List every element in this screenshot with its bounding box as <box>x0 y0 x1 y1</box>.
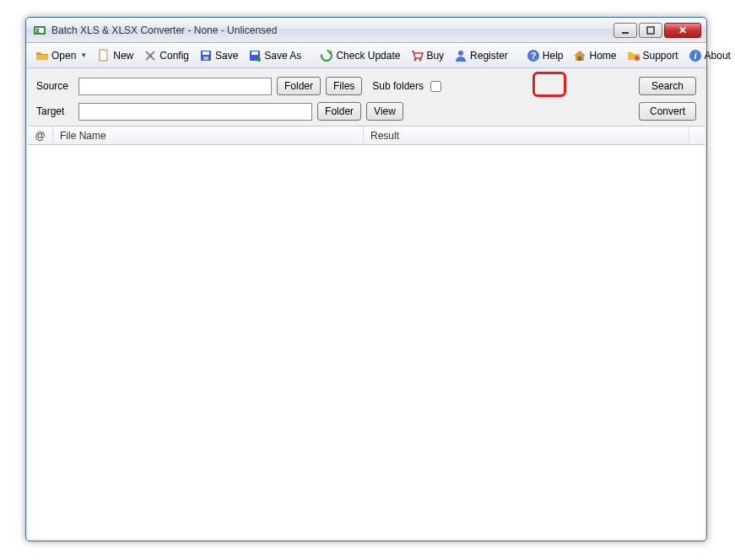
app-icon <box>33 24 46 37</box>
cart-icon <box>410 49 424 62</box>
svg-point-15 <box>458 51 463 56</box>
source-files-button[interactable]: Files <box>326 77 362 95</box>
col-filename[interactable]: File Name <box>53 127 364 144</box>
support-icon <box>627 49 640 62</box>
support-button[interactable]: Support <box>623 46 683 66</box>
new-document-icon <box>97 49 111 62</box>
form-area: Source Folder Files Sub folders Search T… <box>26 68 706 126</box>
svg-rect-2 <box>622 32 629 34</box>
maximize-button[interactable] <box>639 23 662 38</box>
source-folder-button[interactable]: Folder <box>277 77 321 95</box>
check-update-button[interactable]: Check Update <box>316 46 404 66</box>
dropdown-arrow-icon: ▼ <box>80 51 87 59</box>
col-result[interactable]: Result <box>364 127 689 144</box>
register-button[interactable]: Register <box>450 46 512 66</box>
sub-folders-checkbox[interactable] <box>430 81 441 92</box>
source-label: Source <box>36 80 73 92</box>
target-input[interactable] <box>78 103 312 121</box>
svg-point-6 <box>149 54 152 57</box>
help-icon: ? <box>527 49 540 62</box>
col-tail <box>689 127 705 144</box>
window-controls: ✕ <box>613 23 701 38</box>
svg-point-13 <box>414 58 417 61</box>
file-list: @ File Name Result <box>28 126 705 539</box>
help-button[interactable]: ? Help <box>522 46 568 66</box>
titlebar: Batch XLS & XLSX Converter - None - Unli… <box>26 18 706 43</box>
app-window: Batch XLS & XLSX Converter - None - Unli… <box>25 17 707 541</box>
svg-rect-9 <box>203 57 208 60</box>
svg-rect-8 <box>203 51 209 55</box>
target-row: Target Folder View Convert <box>36 102 696 121</box>
home-button[interactable]: Home <box>569 46 620 66</box>
sub-folders-label[interactable]: Sub folders <box>372 78 444 94</box>
svg-text:?: ? <box>530 51 536 61</box>
svg-rect-11 <box>251 51 258 55</box>
svg-rect-18 <box>578 57 581 61</box>
svg-rect-3 <box>647 27 654 34</box>
list-header: @ File Name Result <box>28 127 705 145</box>
config-button[interactable]: Config <box>139 46 193 66</box>
col-at[interactable]: @ <box>28 127 53 144</box>
minimize-button[interactable] <box>613 23 637 38</box>
buy-button[interactable]: Buy <box>406 46 448 66</box>
toolbar: Open ▼ New Config Save Save As Check Upd… <box>26 43 706 68</box>
target-folder-button[interactable]: Folder <box>317 102 361 121</box>
open-folder-icon <box>35 49 49 62</box>
list-body <box>28 145 705 539</box>
save-as-icon <box>248 49 262 62</box>
about-button[interactable]: i About <box>684 46 735 66</box>
update-icon <box>320 49 333 62</box>
target-label: Target <box>36 105 73 117</box>
window-title: Batch XLS & XLSX Converter - None - Unli… <box>51 24 613 36</box>
info-icon: i <box>689 49 702 62</box>
save-icon <box>199 49 213 62</box>
search-button[interactable]: Search <box>639 77 696 95</box>
svg-point-19 <box>635 56 640 61</box>
source-row: Source Folder Files Sub folders Search <box>36 77 696 95</box>
convert-button[interactable]: Convert <box>639 102 696 121</box>
user-icon <box>454 49 467 62</box>
open-button[interactable]: Open ▼ <box>31 46 91 66</box>
target-view-button[interactable]: View <box>366 102 403 121</box>
close-button[interactable]: ✕ <box>664 23 701 38</box>
save-as-button[interactable]: Save As <box>244 46 305 66</box>
config-icon <box>143 49 157 62</box>
svg-rect-5 <box>105 50 107 52</box>
save-button[interactable]: Save <box>195 46 242 66</box>
svg-point-14 <box>419 58 422 61</box>
new-button[interactable]: New <box>93 46 138 66</box>
home-icon <box>573 49 586 62</box>
source-input[interactable] <box>78 78 272 95</box>
